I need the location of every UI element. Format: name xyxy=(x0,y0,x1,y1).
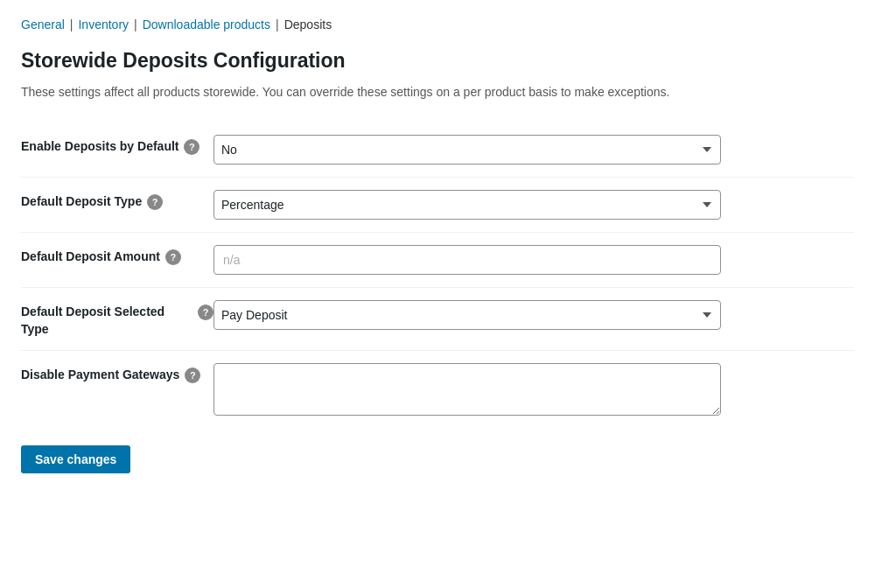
textarea-disable-gateways[interactable] xyxy=(214,363,721,416)
label-disable-gateways: Disable Payment Gateways xyxy=(21,367,179,384)
field-label-col-enable-deposits: Enable Deposits by Default ? xyxy=(21,135,214,156)
field-row-enable-deposits: Enable Deposits by Default ? No Yes xyxy=(21,122,854,178)
page-description: These settings affect all products store… xyxy=(21,83,854,102)
label-deposit-amount: Default Deposit Amount xyxy=(21,248,160,266)
field-row-disable-gateways: Disable Payment Gateways ? xyxy=(21,351,854,428)
select-deposit-type[interactable]: Percentage Fixed Amount Payment Plan xyxy=(214,190,721,220)
field-control-enable-deposits: No Yes xyxy=(214,135,854,164)
breadcrumb-sep-3: | xyxy=(276,18,279,32)
breadcrumb-downloadable[interactable]: Downloadable products xyxy=(143,18,270,32)
help-icon-disable-gateways[interactable]: ? xyxy=(185,368,200,383)
breadcrumb-sep-2: | xyxy=(134,18,137,32)
save-button[interactable]: Save changes xyxy=(21,445,130,473)
field-row-deposit-type: Default Deposit Type ? Percentage Fixed … xyxy=(21,178,854,233)
label-deposit-selected-type: Default Deposit Selected Type xyxy=(21,304,192,338)
page-title: Storewide Deposits Configuration xyxy=(21,49,854,73)
help-icon-enable-deposits[interactable]: ? xyxy=(184,139,200,155)
field-row-deposit-selected-type: Default Deposit Selected Type ? Pay Depo… xyxy=(21,288,854,351)
select-deposit-selected-type[interactable]: Pay Deposit Pay Full Amount xyxy=(214,300,721,330)
label-deposit-type: Default Deposit Type xyxy=(21,193,142,211)
field-control-disable-gateways xyxy=(214,363,854,416)
breadcrumb: General | Inventory | Downloadable produ… xyxy=(21,18,854,32)
field-control-deposit-type: Percentage Fixed Amount Payment Plan xyxy=(214,190,854,220)
input-deposit-amount[interactable] xyxy=(214,245,721,275)
breadcrumb-deposits: Deposits xyxy=(284,18,332,32)
help-icon-deposit-type[interactable]: ? xyxy=(147,194,163,210)
settings-form: Enable Deposits by Default ? No Yes Defa… xyxy=(21,122,854,428)
label-enable-deposits: Enable Deposits by Default xyxy=(21,138,178,156)
field-control-deposit-amount xyxy=(214,245,854,275)
breadcrumb-general[interactable]: General xyxy=(21,18,65,32)
help-icon-deposit-amount[interactable]: ? xyxy=(165,249,181,265)
field-control-deposit-selected-type: Pay Deposit Pay Full Amount xyxy=(214,300,854,330)
field-label-col-deposit-type: Default Deposit Type ? xyxy=(21,190,214,211)
field-label-col-disable-gateways: Disable Payment Gateways ? xyxy=(21,363,214,384)
field-row-deposit-amount: Default Deposit Amount ? xyxy=(21,233,854,288)
field-label-col-deposit-amount: Default Deposit Amount ? xyxy=(21,245,214,266)
breadcrumb-sep-1: | xyxy=(70,18,74,32)
help-icon-deposit-selected-type[interactable]: ? xyxy=(198,304,214,320)
select-enable-deposits[interactable]: No Yes xyxy=(214,135,721,164)
page-wrapper: General | Inventory | Downloadable produ… xyxy=(0,0,875,588)
field-label-col-deposit-selected-type: Default Deposit Selected Type ? xyxy=(21,300,214,338)
breadcrumb-inventory[interactable]: Inventory xyxy=(78,18,129,32)
